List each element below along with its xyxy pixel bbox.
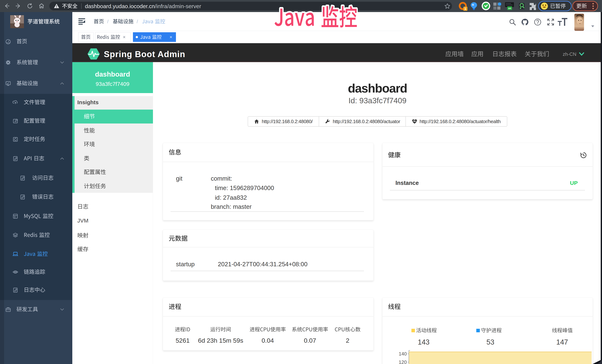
svg-text:on: on xyxy=(508,7,511,10)
svg-text:1: 1 xyxy=(464,7,466,11)
